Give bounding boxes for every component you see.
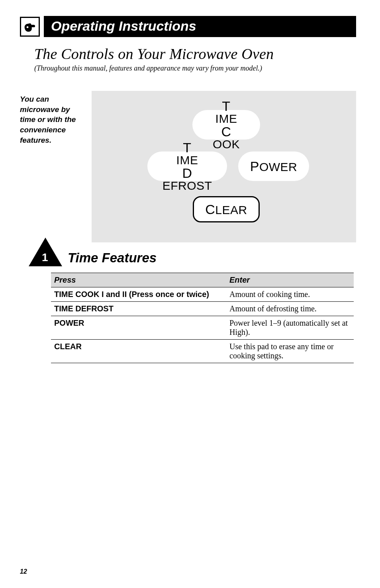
col-header-press: Press — [51, 273, 226, 287]
table-row: TIME DEFROST Amount of defrosting time. — [51, 302, 354, 316]
enter-cell: Amount of cooking time. — [226, 287, 354, 302]
hand-icon-svg — [22, 19, 37, 34]
time-cook-line2: COOK — [213, 125, 240, 150]
time-features-title: Time Features — [68, 250, 157, 266]
press-cell: CLEAR — [51, 340, 226, 363]
page-title-bar: Operating Instructions — [44, 16, 356, 37]
section-title: The Controls on Your Microwave Oven — [34, 45, 356, 63]
time-cook-button: TIME COOK — [192, 110, 260, 140]
section-subtitle: (Throughout this manual, features and ap… — [34, 64, 356, 73]
pointing-hand-icon — [20, 17, 40, 37]
triangle-number: 1 — [42, 251, 48, 264]
enter-cell: Use this pad to erase any time or cookin… — [226, 340, 354, 363]
side-note: You can microwave by time or with the co… — [20, 91, 92, 145]
time-defrost-line1: TIME — [176, 141, 198, 166]
clear-label: CLEAR — [205, 203, 247, 216]
power-label: POWER — [250, 159, 298, 173]
enter-cell: Power level 1–9 (automatically set at Hi… — [226, 316, 354, 340]
clear-button: CLEAR — [193, 196, 260, 222]
press-cell: TIME COOK I and II (Press once or twice) — [51, 287, 226, 302]
table-row: POWER Power level 1–9 (automatically set… — [51, 316, 354, 340]
header-row: Operating Instructions — [20, 16, 356, 37]
table-row: TIME COOK I and II (Press once or twice)… — [51, 287, 354, 302]
table-header-row: Press Enter — [51, 273, 354, 287]
triangle-marker-icon: 1 — [29, 238, 62, 266]
page-number: 12 — [20, 568, 27, 575]
col-header-enter: Enter — [226, 273, 354, 287]
table-row: CLEAR Use this pad to erase any time or … — [51, 340, 354, 363]
enter-cell: Amount of defrosting time. — [226, 302, 354, 316]
time-defrost-line2: DEFROST — [163, 166, 212, 192]
time-defrost-button: TIME DEFROST — [147, 151, 227, 181]
press-cell: POWER — [51, 316, 226, 340]
svg-point-0 — [27, 26, 29, 28]
time-features-table: Press Enter TIME COOK I and II (Press on… — [51, 273, 354, 363]
panel-area: You can microwave by time or with the co… — [20, 91, 356, 242]
time-cook-line1: TIME — [215, 99, 237, 125]
press-cell: TIME DEFROST — [51, 302, 226, 316]
power-button: POWER — [238, 151, 309, 181]
control-panel-illustration: TIME COOK TIME DEFROST POWER CLEAR — [92, 91, 356, 242]
